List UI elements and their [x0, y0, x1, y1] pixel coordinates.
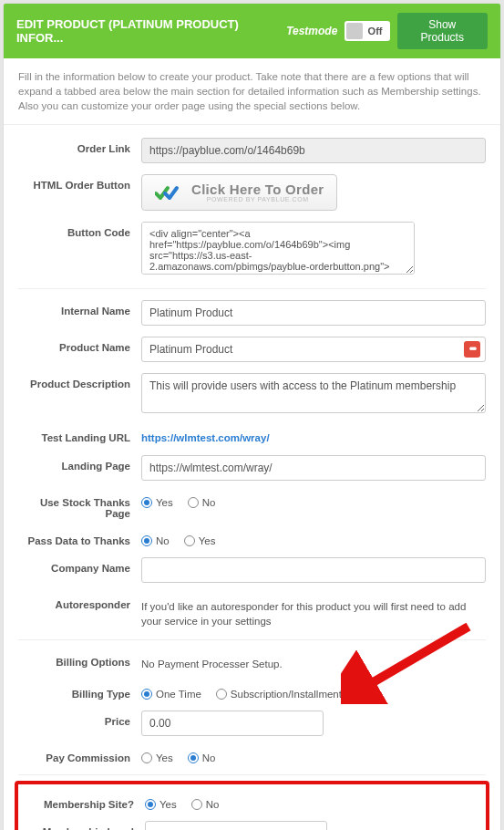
landing-page-input[interactable]	[141, 455, 486, 481]
label-order-link: Order Link	[18, 138, 141, 154]
label-company-name: Company Name	[18, 557, 141, 574]
stock-thanks-yes[interactable]: Yes	[141, 497, 173, 508]
label-use-stock-thanks: Use Stock Thanks Page	[18, 492, 141, 519]
label-billing-type: Billing Type	[18, 683, 141, 700]
order-button-main: Click Here To Order	[191, 182, 324, 196]
stock-thanks-no[interactable]: No	[188, 497, 216, 508]
intro-text: Fill in the information below to create …	[4, 58, 500, 125]
label-product-description: Product Description	[18, 373, 141, 389]
product-name-input[interactable]	[141, 337, 486, 362]
show-products-button[interactable]: Show Products	[397, 13, 489, 49]
billing-options-text: No Payment Processer Setup.	[141, 651, 486, 671]
pass-data-yes[interactable]: Yes	[184, 535, 216, 546]
membership-level-select[interactable]: Platinum	[145, 821, 327, 830]
membership-site-yes[interactable]: Yes	[145, 799, 177, 810]
membership-site-no[interactable]: No	[191, 799, 220, 810]
order-button-sub: POWERED BY PAYBLUE.COM	[191, 196, 324, 202]
toggle-text: Off	[365, 26, 390, 36]
pay-commission-no[interactable]: No	[188, 752, 216, 763]
order-link-input[interactable]	[141, 138, 486, 163]
testmode-label: Testmode	[286, 25, 337, 37]
label-test-landing-url: Test Landing URL	[18, 427, 141, 443]
price-input[interactable]	[141, 711, 324, 736]
billing-type-onetime[interactable]: One Time	[141, 689, 201, 700]
label-internal-name: Internal Name	[18, 300, 141, 316]
product-name-badge-icon[interactable]: •••	[464, 341, 480, 358]
company-name-input[interactable]	[141, 557, 486, 583]
toggle-knob	[346, 23, 362, 39]
divider	[18, 774, 486, 775]
html-order-button-preview[interactable]: Click Here To Order POWERED BY PAYBLUE.C…	[141, 174, 337, 211]
product-description-textarea[interactable]: This will provide users with access to t…	[141, 373, 486, 413]
label-billing-options: Billing Options	[18, 651, 141, 668]
test-landing-url-link[interactable]: https://wlmtest.com/wray/	[141, 427, 270, 443]
product-form: Order Link HTML Order Button Click Here …	[4, 125, 500, 830]
pass-data-no[interactable]: No	[141, 535, 170, 546]
label-product-name: Product Name	[18, 337, 141, 353]
label-button-code: Button Code	[18, 222, 141, 238]
divider	[18, 288, 486, 289]
label-membership-site: Membership Site?	[22, 794, 145, 810]
label-price: Price	[18, 711, 141, 727]
label-autoresponder: Autoresponder	[18, 594, 141, 610]
internal-name-input[interactable]	[141, 300, 486, 326]
panel-header: EDIT PRODUCT (PLATINUM PRODUCT) INFOR...…	[4, 4, 500, 58]
label-pass-data-thanks: Pass Data to Thanks	[18, 530, 141, 546]
button-code-textarea[interactable]: <div align="center"><a href="https://pay…	[141, 222, 415, 275]
checkmarks-icon	[155, 182, 182, 202]
edit-product-panel: EDIT PRODUCT (PLATINUM PRODUCT) INFOR...…	[3, 3, 501, 830]
label-membership-level: Membership Level	[22, 821, 145, 830]
membership-highlight-box: Membership Site? Yes No Membership Level…	[15, 781, 489, 830]
testmode-toggle[interactable]: Off	[345, 21, 389, 41]
label-pay-commission: Pay Commission	[18, 747, 141, 763]
divider	[18, 639, 486, 640]
autoresponder-text: If you'd like an autoresponder for this …	[141, 594, 486, 628]
panel-title: EDIT PRODUCT (PLATINUM PRODUCT) INFOR...	[16, 17, 286, 45]
label-landing-page: Landing Page	[18, 455, 141, 472]
billing-type-subscription[interactable]: Subscription/Installments/Trials	[216, 689, 375, 700]
pay-commission-yes[interactable]: Yes	[141, 752, 173, 763]
label-html-order-button: HTML Order Button	[18, 174, 141, 191]
